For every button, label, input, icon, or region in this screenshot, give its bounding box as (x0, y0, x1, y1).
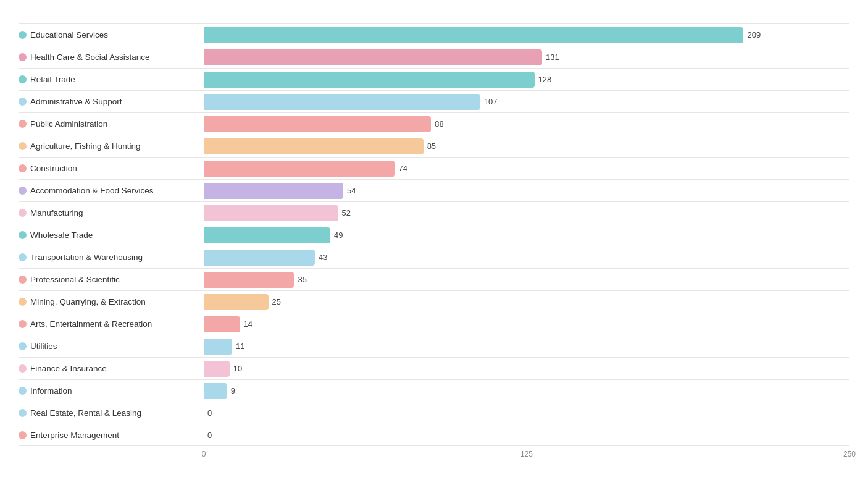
bar-label-cell: Public Administration (19, 119, 204, 128)
bar-value-label: 14 (244, 319, 252, 329)
bar-cell: 35 (204, 272, 849, 288)
bar-fill (204, 72, 535, 88)
bar-cell: 14 (204, 316, 849, 332)
bar-fill (204, 272, 294, 288)
bar-row: Transportation & Warehousing43 (19, 246, 849, 268)
bar-label: Real Estate, Rental & Leasing (30, 408, 141, 418)
bar-row: Public Administration88 (19, 112, 849, 135)
bar-cell: 209 (204, 27, 849, 43)
bar-label: Educational Services (30, 30, 108, 40)
bar-fill (204, 27, 743, 43)
bar-value-label: 85 (427, 141, 436, 151)
bar-label: Enterprise Management (30, 431, 119, 440)
bar-label-cell: Utilities (19, 342, 204, 351)
bar-value-label: 88 (435, 119, 443, 128)
bar-dot (19, 253, 27, 261)
bar-value-label: 74 (399, 164, 407, 173)
bar-label-cell: Wholesale Trade (19, 230, 204, 240)
bar-label-cell: Finance & Insurance (19, 364, 204, 373)
bar-label-cell: Agriculture, Fishing & Hunting (19, 141, 204, 151)
bar-dot (19, 209, 27, 217)
bar-cell: 85 (204, 138, 849, 154)
bar-label-cell: Retail Trade (19, 75, 204, 84)
bar-fill (204, 205, 338, 221)
bar-dot (19, 431, 27, 439)
bar-row: Finance & Insurance10 (19, 357, 849, 379)
bar-dot (19, 298, 27, 306)
bar-cell: 107 (204, 94, 849, 110)
bar-value-label: 0 (207, 408, 212, 418)
bar-row: Professional & Scientific35 (19, 268, 849, 290)
bar-value-label: 10 (233, 364, 242, 373)
bar-fill (204, 294, 269, 310)
bar-dot (19, 364, 27, 373)
bar-label: Retail Trade (30, 75, 75, 84)
bar-row: Construction74 (19, 157, 849, 179)
bar-dot (19, 187, 27, 195)
bar-fill (204, 227, 330, 243)
bar-cell: 43 (204, 250, 849, 266)
bar-cell: 10 (204, 361, 849, 377)
bar-label-cell: Administrative & Support (19, 97, 204, 106)
bar-dot (19, 276, 27, 284)
bar-dot (19, 387, 27, 395)
x-axis-tick: 250 (843, 450, 856, 458)
bar-row: Enterprise Management0 (19, 424, 849, 446)
bar-fill (204, 383, 227, 399)
bar-value-label: 9 (231, 386, 235, 395)
bar-row: Health Care & Social Assistance131 (19, 46, 849, 68)
bars-container: Educational Services209Health Care & Soc… (19, 23, 849, 446)
bar-cell: 128 (204, 72, 849, 88)
bar-fill (204, 116, 431, 132)
bar-dot (19, 53, 27, 61)
bar-value-label: 107 (484, 97, 498, 106)
bar-dot (19, 164, 27, 172)
bar-cell: 11 (204, 339, 849, 355)
bar-label-cell: Health Care & Social Assistance (19, 53, 204, 62)
bar-row: Wholesale Trade49 (19, 224, 849, 246)
bar-fill (204, 49, 542, 65)
bar-fill (204, 250, 315, 266)
bar-cell: 131 (204, 49, 849, 65)
bar-label-cell: Information (19, 386, 204, 395)
bar-fill (204, 94, 480, 110)
bar-value-label: 25 (272, 297, 281, 306)
bar-cell: 0 (204, 427, 849, 443)
bar-cell: 52 (204, 205, 849, 221)
bar-value-label: 128 (538, 75, 552, 84)
bar-dot (19, 142, 27, 150)
bar-label: Public Administration (30, 119, 107, 128)
bar-fill (204, 361, 230, 377)
bar-label: Construction (30, 164, 77, 173)
bar-label-cell: Educational Services (19, 30, 204, 40)
bar-row: Real Estate, Rental & Leasing0 (19, 402, 849, 424)
bar-row: Utilities11 (19, 335, 849, 357)
bar-label-cell: Accommodation & Food Services (19, 186, 204, 195)
bar-label: Utilities (30, 342, 57, 351)
bar-row: Mining, Quarrying, & Extraction25 (19, 290, 849, 313)
bar-row: Arts, Entertainment & Recreation14 (19, 313, 849, 335)
bar-cell: 25 (204, 294, 849, 310)
bar-cell: 9 (204, 383, 849, 399)
bar-dot (19, 231, 27, 239)
bar-fill (204, 183, 343, 199)
bar-row: Retail Trade128 (19, 68, 849, 90)
bar-value-label: 54 (347, 186, 356, 195)
bar-value-label: 52 (342, 208, 351, 217)
x-axis-tick: 125 (520, 450, 533, 458)
x-axis: 0125250 (204, 450, 849, 462)
bar-label-cell: Real Estate, Rental & Leasing (19, 408, 204, 418)
bar-label: Health Care & Social Assistance (30, 53, 150, 62)
chart-area: Educational Services209Health Care & Soc… (19, 23, 849, 462)
bar-value-label: 35 (298, 275, 306, 284)
bar-label-cell: Transportation & Warehousing (19, 253, 204, 262)
bar-label: Manufacturing (30, 208, 83, 217)
bar-label: Agriculture, Fishing & Hunting (30, 141, 141, 151)
bar-cell: 49 (204, 227, 849, 243)
bar-dot (19, 342, 27, 350)
bar-label: Information (30, 386, 72, 395)
bar-value-label: 11 (236, 342, 244, 351)
bar-cell: 0 (204, 405, 849, 421)
bar-label-cell: Arts, Entertainment & Recreation (19, 319, 204, 329)
x-axis-tick: 0 (202, 450, 206, 458)
